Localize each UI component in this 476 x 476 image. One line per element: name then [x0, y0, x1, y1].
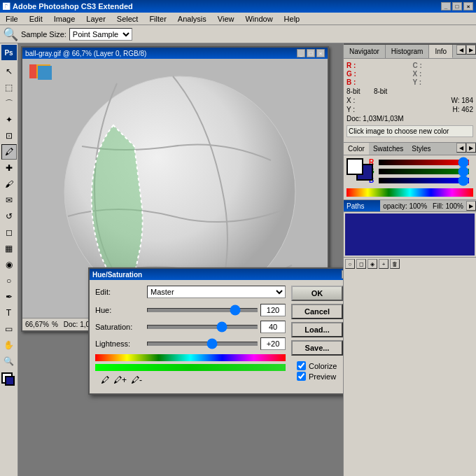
- preview-checkbox[interactable]: [297, 372, 306, 381]
- close-button[interactable]: ×: [463, 2, 473, 10]
- text-tool[interactable]: T: [1, 305, 17, 321]
- b-slider-row: B 255: [369, 176, 476, 184]
- path-btn-3[interactable]: ◈: [368, 259, 377, 269]
- opacity-value[interactable]: 100%: [410, 202, 428, 210]
- hue-value[interactable]: 120: [260, 304, 286, 316]
- history-brush-tool[interactable]: ↺: [1, 209, 17, 224]
- eraser-tool[interactable]: ◻: [1, 225, 17, 240]
- fill-label: Fill:: [433, 202, 444, 210]
- lightness-value[interactable]: +20: [260, 337, 286, 350]
- ok-button[interactable]: OK: [291, 286, 343, 301]
- menu-select[interactable]: Select: [114, 15, 141, 23]
- path-btn-5[interactable]: 🗑: [390, 259, 400, 269]
- pen-tool[interactable]: ✒: [1, 289, 17, 304]
- magic-wand-tool[interactable]: ✦: [1, 112, 17, 127]
- hand-tool[interactable]: ✋: [1, 337, 17, 353]
- paths-panel-header: Paths opacity: 100% Fill: 100% ▶: [344, 200, 476, 212]
- doc-minimize[interactable]: _: [297, 49, 305, 57]
- b-label: B :: [346, 78, 407, 86]
- paths-content[interactable]: [345, 214, 475, 255]
- eyedropper-plus-icon[interactable]: 🖍+: [113, 375, 127, 385]
- lightness-slider[interactable]: [147, 342, 258, 346]
- tab-color[interactable]: Color: [344, 143, 369, 155]
- fg-color[interactable]: [1, 372, 17, 388]
- shape-tool[interactable]: ▭: [1, 321, 17, 337]
- menu-file[interactable]: File: [3, 15, 21, 23]
- maximize-button[interactable]: □: [452, 2, 462, 10]
- menu-window[interactable]: Window: [242, 15, 275, 23]
- tab-info[interactable]: Info: [429, 45, 453, 58]
- color-panel-scroll-right[interactable]: ▶: [466, 143, 476, 153]
- doc-close[interactable]: ×: [316, 49, 325, 57]
- healing-tool[interactable]: ✚: [1, 160, 17, 176]
- zoom-tool[interactable]: 🔍: [1, 354, 17, 369]
- gradient-tool[interactable]: ▦: [1, 241, 17, 256]
- menu-edit[interactable]: Edit: [27, 15, 46, 23]
- path-btn-1[interactable]: ○: [345, 259, 355, 269]
- panel-scroll-right[interactable]: ▶: [466, 45, 476, 55]
- saturation-label: Saturation:: [95, 323, 144, 331]
- menu-help[interactable]: Help: [281, 15, 303, 23]
- menu-filter[interactable]: Filter: [146, 15, 169, 23]
- menu-view[interactable]: View: [215, 15, 237, 23]
- brush-tool[interactable]: 🖌: [1, 176, 17, 192]
- r-slider[interactable]: [379, 160, 469, 165]
- color-spectrum[interactable]: [346, 188, 473, 197]
- load-button[interactable]: Load...: [291, 322, 343, 337]
- eyedropper-icon[interactable]: 🖍: [101, 375, 109, 385]
- path-btn-2[interactable]: ◻: [356, 259, 366, 269]
- b-slider[interactable]: [379, 178, 469, 183]
- saturation-slider[interactable]: [147, 325, 258, 329]
- cancel-button[interactable]: Cancel: [291, 304, 343, 319]
- eyedropper-minus-icon[interactable]: 🖍-: [131, 375, 142, 385]
- menu-image[interactable]: Image: [51, 15, 78, 23]
- move-tool[interactable]: ↖: [1, 64, 17, 79]
- paths-scroll[interactable]: ▶: [466, 201, 476, 211]
- panel-scroll-left[interactable]: ◀: [456, 45, 466, 55]
- blur-tool[interactable]: ◉: [1, 257, 17, 272]
- sample-size-select[interactable]: Point Sample: [69, 28, 132, 41]
- tab-navigator[interactable]: Navigator: [344, 45, 386, 58]
- h-label: H: 462: [453, 106, 473, 113]
- colorize-checkbox[interactable]: [297, 361, 306, 370]
- minimize-button[interactable]: _: [441, 2, 451, 10]
- doc-maximize[interactable]: □: [307, 49, 315, 57]
- selection-tool[interactable]: ⬚: [1, 80, 17, 95]
- dialog-right-panel: OK Cancel Load... Save... Colorize Previ…: [291, 286, 343, 388]
- foreground-color-box[interactable]: [346, 158, 363, 175]
- dialog-title-bar: Hue/Saturation ×: [90, 269, 343, 280]
- b-slider-value: 255: [470, 176, 476, 184]
- clone-tool[interactable]: ✉: [1, 192, 17, 208]
- bit-depth-right: 8-bit: [374, 88, 387, 95]
- opacity-label: opacity:: [383, 202, 407, 210]
- dialog-title: Hue/Saturation: [92, 271, 142, 279]
- lasso-tool[interactable]: ⌒: [1, 96, 17, 111]
- r-slider-value: 255: [470, 158, 476, 166]
- fg-bg-wrapper: [346, 158, 363, 183]
- save-button[interactable]: Save...: [291, 340, 343, 356]
- hue-slider[interactable]: [147, 308, 258, 312]
- menu-layer[interactable]: Layer: [83, 15, 108, 23]
- menu-bar: File Edit Image Layer Select Filter Anal…: [0, 13, 476, 25]
- color-panel-scroll-left[interactable]: ◀: [456, 143, 466, 153]
- edit-select[interactable]: Master: [147, 286, 286, 298]
- menu-analysis[interactable]: Analysis: [175, 15, 209, 23]
- doc-title: ball-gray.gif @ 66,7% (Layer 0, RGB/8): [25, 50, 146, 57]
- hue-spectrum-after: [95, 364, 286, 371]
- dialog-close-button[interactable]: ×: [342, 270, 343, 279]
- path-btn-4[interactable]: +: [379, 259, 388, 269]
- dialog-left-panel: Edit: Master Hue: 120 Saturation:: [95, 286, 286, 388]
- eyedropper-tool[interactable]: 🖍: [1, 144, 17, 160]
- saturation-value[interactable]: 40: [260, 321, 286, 333]
- dodge-tool[interactable]: ○: [1, 273, 17, 288]
- tab-styles[interactable]: Styles: [407, 143, 435, 155]
- c-label: C :: [413, 62, 474, 69]
- g-slider[interactable]: [379, 169, 469, 174]
- left-toolbar: Ps ↖ ⬚ ⌒ ✦ ⊡ 🖍 ✚ 🖌 ✉ ↺ ◻ ▦ ◉ ○ ✒ T ▭ ✋ 🔍: [0, 43, 18, 476]
- tab-histogram[interactable]: Histogram: [386, 45, 430, 58]
- tab-swatches[interactable]: Swatches: [369, 143, 407, 155]
- fill-value[interactable]: 100%: [445, 202, 463, 210]
- hue-spectrum-before: [95, 354, 286, 361]
- crop-tool[interactable]: ⊡: [1, 128, 17, 144]
- info-panel: R : G : B : C : X : Y : 8-bit 8-bit X : …: [344, 59, 476, 143]
